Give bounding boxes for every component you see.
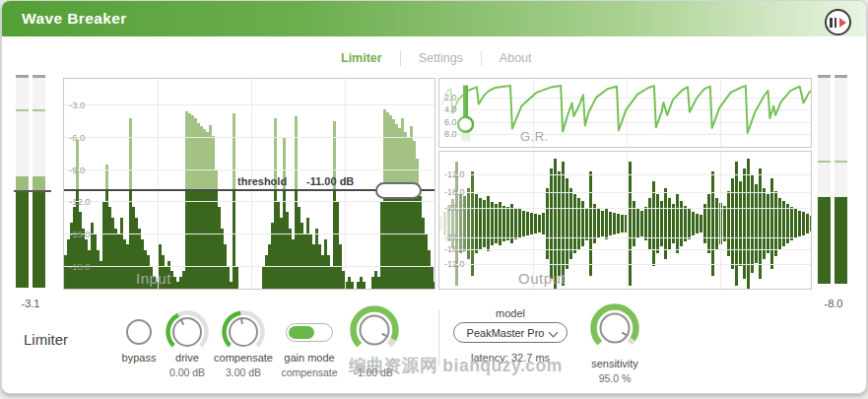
output-display: Output -12.0-18.0-27.0-27.0-18.0-12.0 — [438, 151, 812, 290]
output-waveform-bar — [656, 194, 659, 252]
output-waveform-bar — [652, 181, 655, 266]
output-waveform-bar — [550, 168, 553, 279]
meter-cap — [818, 75, 831, 78]
grid-line — [439, 264, 811, 265]
tab-separator — [400, 50, 401, 66]
section-label: Limiter — [24, 331, 68, 348]
meter-cap — [33, 75, 45, 78]
input-waveform-bar-over — [295, 116, 298, 190]
output-waveform-bar — [585, 208, 588, 240]
meter-cap — [16, 75, 29, 78]
meter-threshold-line — [14, 190, 51, 192]
tab-bar: Limiter Settings About — [341, 50, 532, 66]
gr-display: G.R. 2.04.06.08.0 — [438, 78, 812, 148]
output-waveform-bar — [522, 211, 525, 236]
output-waveform-bar — [597, 209, 600, 237]
grid-line — [64, 233, 434, 234]
output-waveform-bar — [577, 198, 580, 250]
compensate-knob[interactable] — [222, 310, 265, 358]
gain-mode-value: compensate — [281, 366, 337, 378]
gr-display-label: G.R. — [520, 129, 549, 144]
output-waveform-bar — [601, 211, 604, 236]
grid-line — [439, 249, 811, 250]
output-waveform-bar — [589, 171, 592, 276]
knob-graphic — [589, 302, 640, 354]
output-waveform-bar — [621, 215, 624, 233]
y-axis-tick: -9.0 — [69, 164, 85, 174]
input-meter-value: -3.1 — [22, 298, 40, 309]
grid-line — [64, 104, 434, 105]
drive-value: 0.00 dB — [169, 366, 205, 378]
y-axis-tick: -12.0 — [69, 196, 91, 207]
output-waveform-bar — [558, 171, 561, 276]
grid-line — [439, 174, 811, 175]
threshold-value: -11.00 dB — [306, 175, 354, 187]
meter-bar — [835, 75, 847, 284]
tab-about[interactable]: About — [500, 51, 532, 65]
gain-mode-label: gain mode — [284, 352, 334, 364]
y-axis-tick: 8.0 — [444, 129, 457, 139]
tab-limiter[interactable]: Limiter — [341, 51, 382, 65]
meter-bar — [33, 75, 45, 288]
grid-line — [64, 137, 434, 138]
output-waveform-bar — [479, 198, 482, 250]
drive-knob[interactable] — [166, 310, 209, 358]
watermark: 编曲资源网 bianquzy.com — [349, 354, 563, 377]
output-waveform-bar — [573, 194, 576, 252]
bypass-label: bypass — [122, 352, 157, 364]
output-waveform-bar — [562, 162, 565, 285]
output-waveform-bar — [538, 215, 541, 233]
grid-line — [64, 266, 434, 267]
sensitivity-knob[interactable] — [589, 302, 640, 358]
pause-icon — [830, 18, 833, 28]
knob-graphic — [349, 304, 400, 356]
grid-line — [158, 79, 159, 289]
model-label: model — [496, 307, 525, 319]
output-waveform-bar — [526, 212, 529, 235]
output-waveform-bar — [514, 208, 517, 239]
title-bar: Wave Breaker — [2, 1, 866, 36]
output-waveform-bar — [629, 162, 632, 285]
grid-line — [64, 201, 434, 202]
output-level-meter — [818, 75, 847, 284]
output-waveform-bar — [759, 168, 762, 279]
output-waveform-bar — [688, 208, 691, 239]
pause-icon — [835, 18, 837, 28]
knob-graphic — [166, 310, 209, 354]
tab-settings[interactable]: Settings — [419, 51, 463, 65]
toggle-knob — [289, 326, 314, 339]
y-axis-tick: -27.0 — [444, 203, 465, 213]
sensitivity-label: sensitivity — [591, 358, 638, 369]
output-waveform-bar — [613, 213, 616, 233]
output-waveform-bar — [605, 208, 608, 239]
output-waveform-bar — [668, 198, 671, 250]
ceiling-knob[interactable] — [349, 304, 400, 360]
tab-separator — [481, 50, 482, 66]
input-waveform-bar-over — [129, 118, 132, 190]
gain-mode-toggle[interactable] — [286, 323, 333, 342]
output-waveform-bar — [739, 181, 742, 266]
threshold-handle[interactable] — [375, 182, 422, 199]
output-waveform-bar — [774, 191, 777, 256]
output-waveform-bar — [806, 214, 809, 233]
meter-peak-line — [16, 109, 29, 111]
output-waveform-bar — [506, 207, 509, 240]
meter-cap — [835, 75, 847, 78]
y-axis-tick: 4.0 — [444, 104, 457, 114]
output-waveform-bar — [518, 209, 521, 237]
y-axis-tick: 2.0 — [444, 93, 457, 102]
meter-peak-line — [818, 161, 831, 163]
bypass-button[interactable] — [126, 319, 152, 345]
grid-line — [439, 192, 811, 193]
output-waveform-bar — [810, 216, 812, 232]
input-waveform-bar — [434, 282, 435, 290]
meter-fill — [818, 197, 831, 284]
grid-line — [64, 169, 434, 170]
play-pause-button[interactable] — [825, 9, 851, 35]
output-waveform-bar — [696, 214, 699, 233]
grid-line — [439, 237, 811, 238]
input-level-meter — [16, 75, 45, 288]
output-waveform-bar — [707, 194, 710, 252]
model-dropdown[interactable]: PeakMaster Pro — [453, 322, 568, 343]
output-waveform-bar — [751, 175, 754, 273]
